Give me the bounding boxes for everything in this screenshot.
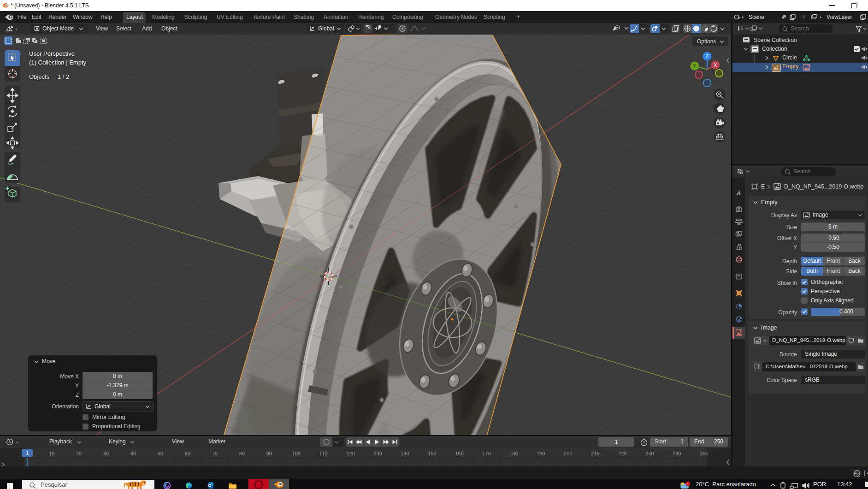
svg-text:130: 130 bbox=[373, 451, 382, 456]
svg-text:X: X bbox=[714, 62, 717, 68]
svg-text:200: 200 bbox=[564, 451, 572, 456]
svg-text:30: 30 bbox=[103, 451, 109, 456]
svg-text:220: 220 bbox=[618, 451, 626, 456]
svg-text:250: 250 bbox=[700, 451, 708, 456]
svg-text:100: 100 bbox=[292, 451, 301, 456]
svg-text:80: 80 bbox=[239, 451, 245, 456]
svg-text:10: 10 bbox=[49, 451, 54, 456]
svg-text:140: 140 bbox=[401, 451, 409, 456]
svg-text:50: 50 bbox=[158, 451, 163, 456]
svg-text:230: 230 bbox=[645, 451, 654, 456]
svg-text:Z: Z bbox=[706, 53, 709, 59]
svg-text:Y: Y bbox=[693, 63, 697, 69]
svg-text:110: 110 bbox=[319, 451, 328, 456]
svg-text:190: 190 bbox=[537, 451, 545, 456]
svg-text:180: 180 bbox=[509, 451, 518, 456]
svg-text:90: 90 bbox=[266, 451, 272, 456]
svg-text:210: 210 bbox=[591, 451, 599, 456]
svg-text:60: 60 bbox=[185, 451, 190, 456]
svg-text:20: 20 bbox=[76, 451, 82, 456]
svg-text:160: 160 bbox=[455, 451, 463, 456]
svg-text:1: 1 bbox=[26, 450, 29, 456]
svg-text:150: 150 bbox=[428, 451, 436, 456]
svg-text:120: 120 bbox=[346, 451, 354, 456]
svg-text:70: 70 bbox=[212, 451, 218, 456]
svg-text:1: 1 bbox=[687, 482, 689, 486]
svg-text:240: 240 bbox=[673, 451, 681, 456]
svg-text:40: 40 bbox=[130, 451, 136, 456]
svg-text:170: 170 bbox=[482, 451, 490, 456]
